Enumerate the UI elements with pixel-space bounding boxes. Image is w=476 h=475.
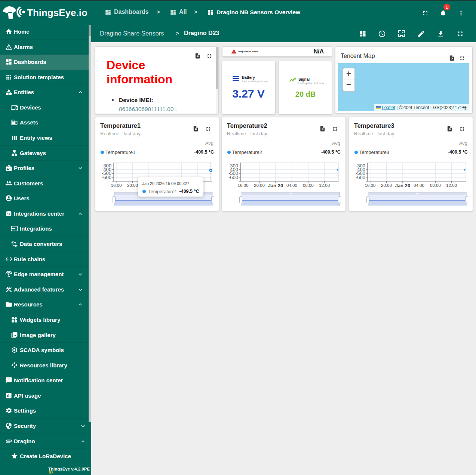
svg-text:12:00: 12:00 [319, 183, 330, 188]
svg-text:08:00: 08:00 [303, 183, 314, 188]
svg-text:Jan 20: Jan 20 [268, 183, 283, 188]
svg-text:08:00: 08:00 [430, 183, 441, 188]
svg-text:16:00: 16:00 [111, 183, 122, 188]
svg-text:12:00: 12:00 [446, 183, 457, 188]
svg-text:20:00: 20:00 [127, 183, 138, 188]
svg-text:-600: -600 [356, 175, 365, 180]
svg-text:16:00: 16:00 [237, 183, 248, 188]
svg-text:16:00: 16:00 [365, 183, 375, 188]
svg-text:04:00: 04:00 [414, 183, 424, 188]
svg-text:Jan 20: Jan 20 [395, 183, 410, 188]
svg-text:20:00: 20:00 [254, 183, 265, 188]
svg-text:04:00: 04:00 [286, 183, 297, 188]
svg-text:-600: -600 [102, 175, 111, 180]
svg-text:-600: -600 [228, 175, 238, 180]
svg-text:20:00: 20:00 [381, 183, 392, 188]
